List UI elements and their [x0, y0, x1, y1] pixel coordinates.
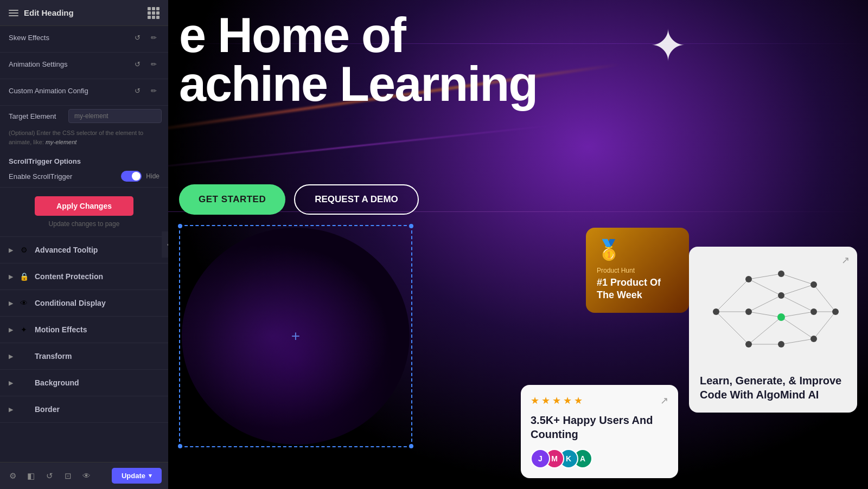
update-button[interactable]: Update ▾ — [112, 468, 162, 484]
panel-content: Skew Effects ↺ ✏ Animation Settings ↺ ✏ … — [0, 26, 168, 489]
advanced-tooltip-arrow: ▶ — [9, 247, 13, 254]
svg-point-19 — [745, 276, 752, 282]
scroll-trigger-section: ScrollTrigger Options Enable ScrollTrigg… — [0, 152, 168, 188]
scroll-trigger-title: ScrollTrigger Options — [9, 157, 159, 165]
svg-line-10 — [781, 285, 814, 295]
background-label: Background — [35, 378, 79, 387]
transform-section[interactable]: ▶ Transform — [0, 343, 168, 370]
hero-line1: e Home of — [179, 11, 857, 60]
svg-point-30 — [777, 313, 785, 321]
conditional-display-label: Conditional Display — [35, 299, 106, 307]
conditional-display-section[interactable]: ▶ 👁 Conditional Display — [0, 290, 168, 317]
custom-animation-actions: ↺ ✏ — [131, 85, 159, 96]
content-protection-icon: 🔒 — [18, 271, 29, 282]
history-toolbar-icon[interactable]: ↺ — [43, 470, 55, 482]
svg-line-15 — [814, 285, 835, 312]
panel-header: Edit Heading — [0, 0, 168, 26]
stars-row: ★ ★ ★ ★ ★ ↗ — [531, 395, 668, 407]
svg-line-9 — [781, 274, 814, 285]
grid-icon[interactable] — [148, 7, 159, 19]
svg-point-23 — [778, 292, 784, 299]
target-element-input[interactable] — [68, 109, 162, 123]
canvas-area: ✦ e Home of achine Learning GET STARTED … — [168, 0, 868, 489]
scroll-trigger-toggle[interactable] — [121, 171, 142, 182]
svg-line-12 — [781, 312, 814, 317]
skew-reset-icon[interactable]: ↺ — [131, 31, 143, 43]
svg-line-14 — [781, 339, 814, 344]
custom-reset-icon[interactable]: ↺ — [131, 85, 143, 96]
svg-line-6 — [749, 312, 781, 317]
reviews-card: ★ ★ ★ ★ ★ ↗ 3.5K+ Happy Users And Counti… — [521, 385, 678, 478]
content-protection-arrow: ▶ — [9, 273, 13, 280]
border-section[interactable]: ▶ Border — [0, 396, 168, 423]
product-hunt-title: #1 Product Of The Week — [597, 276, 678, 302]
toolbar-icons: ⚙ ◧ ↺ ⊡ 👁 — [7, 470, 92, 482]
scroll-trigger-label: Enable ScrollTrigger — [9, 172, 72, 181]
svg-line-13 — [781, 317, 814, 339]
skew-edit-icon[interactable]: ✏ — [148, 31, 159, 43]
skew-effects-actions: ↺ ✏ — [131, 31, 159, 43]
ai-card-external-link-icon[interactable]: ↗ — [841, 254, 850, 266]
reviews-title: 3.5K+ Happy Users And Counting — [531, 413, 668, 441]
content-protection-section[interactable]: ▶ 🔒 Content Protection — [0, 263, 168, 290]
star-5: ★ — [574, 395, 583, 407]
reviews-external-link-icon[interactable]: ↗ — [660, 395, 668, 407]
svg-line-5 — [749, 295, 781, 312]
update-changes-text: Update changes to page — [9, 220, 159, 228]
svg-line-4 — [749, 279, 781, 295]
target-element-label: Target Element — [9, 112, 63, 120]
custom-edit-icon[interactable]: ✏ — [148, 85, 159, 96]
add-element-icon[interactable]: + — [291, 327, 300, 345]
motion-effects-arrow: ▶ — [9, 326, 13, 333]
selection-box: + — [179, 225, 412, 447]
hamburger-menu-icon[interactable] — [9, 10, 18, 16]
get-started-button[interactable]: GET STARTED — [179, 184, 285, 215]
hero-line2: achine Learning — [179, 60, 857, 108]
hero-text-block: e Home of achine Learning — [168, 0, 868, 108]
panel-header-left: Edit Heading — [9, 8, 74, 17]
custom-animation-section: Custom Animation Config ↺ ✏ — [0, 79, 168, 106]
settings-toolbar-icon[interactable]: ⚙ — [7, 470, 18, 482]
selection-corner-br — [409, 444, 413, 448]
scroll-trigger-toggle-group: Hide — [121, 171, 159, 182]
animation-settings-section: Animation Settings ↺ ✏ — [0, 53, 168, 79]
collapse-panel-button[interactable]: ‹ — [162, 231, 168, 258]
helper-text: (Optional) Enter the CSS selector of the… — [0, 126, 168, 152]
left-panel: Edit Heading Skew Effects ↺ ✏ Animation … — [0, 0, 168, 489]
animation-settings-row: Animation Settings ↺ ✏ — [9, 58, 159, 70]
background-section[interactable]: ▶ Background — [0, 370, 168, 396]
transform-label: Transform — [35, 352, 72, 361]
ai-card-text: Learn, Generate, & Improve Code With Alg… — [700, 374, 846, 402]
preview-toolbar-icon[interactable]: 👁 — [80, 470, 92, 482]
product-hunt-medal-icon: 🥇 — [597, 239, 678, 261]
border-icon — [18, 404, 29, 415]
star-3: ★ — [552, 395, 561, 407]
request-demo-button[interactable]: REQUEST A DEMO — [294, 184, 419, 215]
star-1: ★ — [531, 395, 539, 407]
skew-effects-section: Skew Effects ↺ ✏ — [0, 26, 168, 53]
svg-point-20 — [745, 308, 752, 315]
bottom-toolbar: ⚙ ◧ ↺ ⊡ 👁 Update ▾ — [0, 462, 168, 489]
svg-point-27 — [810, 308, 817, 315]
background-icon — [18, 377, 29, 388]
transform-arrow: ▶ — [9, 353, 13, 360]
svg-line-0 — [716, 279, 749, 312]
avatars-row: J M K A — [531, 449, 668, 468]
motion-effects-label: Motion Effects — [35, 325, 87, 334]
responsive-toolbar-icon[interactable]: ⊡ — [62, 470, 74, 482]
animation-reset-icon[interactable]: ↺ — [131, 58, 143, 70]
apply-changes-section: Apply Changes Update changes to page — [0, 188, 168, 237]
svg-point-18 — [713, 308, 719, 315]
target-element-row: Target Element — [0, 106, 168, 126]
product-hunt-card: 🥇 Product Hunt #1 Product Of The Week — [586, 228, 689, 313]
layers-toolbar-icon[interactable]: ◧ — [25, 470, 37, 482]
svg-point-22 — [778, 271, 784, 277]
selection-corner-tl — [178, 224, 182, 228]
animation-edit-icon[interactable]: ✏ — [148, 58, 159, 70]
advanced-tooltip-label: Advanced Tooltip — [35, 246, 98, 254]
motion-effects-section[interactable]: ▶ ✦ Motion Effects — [0, 317, 168, 343]
svg-line-11 — [781, 295, 814, 312]
advanced-tooltip-section[interactable]: ▶ ⚙ Advanced Tooltip — [0, 237, 168, 263]
selection-corner-tr — [409, 224, 413, 228]
apply-changes-button[interactable]: Apply Changes — [35, 196, 133, 216]
